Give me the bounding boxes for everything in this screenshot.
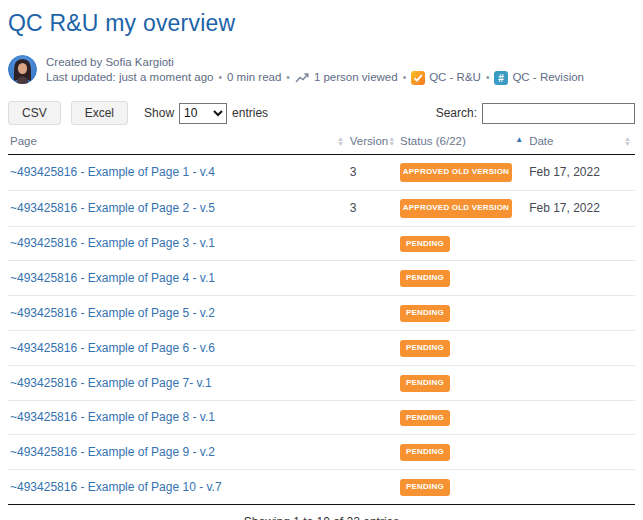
- version-cell: [348, 296, 398, 331]
- status-badge: PENDING: [400, 375, 450, 392]
- table-header-row: Page ▲▼ Version ▲▼ Status (6/22) ▲ Date …: [8, 131, 635, 155]
- page-link[interactable]: ~493425816 - Example of Page 1 - v.4: [10, 165, 215, 179]
- page-link[interactable]: ~493425816 - Example of Page 2 - v.5: [10, 201, 215, 215]
- table-row: ~493425816 - Example of Page 8 - v.1PEND…: [8, 400, 635, 435]
- status-badge: PENDING: [400, 340, 450, 357]
- table-body: ~493425816 - Example of Page 1 - v.43APP…: [8, 155, 635, 505]
- version-cell: [348, 435, 398, 470]
- label-qc-revision[interactable]: # QC - Revision: [494, 70, 584, 85]
- date-cell: [527, 296, 635, 331]
- avatar[interactable]: [8, 55, 37, 84]
- page-title: QC R&U my overview: [8, 10, 635, 37]
- byline-read-time: 0 min read: [227, 70, 281, 85]
- date-cell: [527, 400, 635, 435]
- byline-created: Created by Sofia Kargioti: [46, 55, 584, 70]
- label-text: QC - R&U: [429, 70, 481, 85]
- column-header-date[interactable]: Date ▲▼: [527, 131, 635, 155]
- date-cell: [527, 470, 635, 505]
- page-link[interactable]: ~493425816 - Example of Page 10 - v.7: [10, 480, 222, 494]
- sort-asc-icon[interactable]: ▲: [515, 135, 523, 144]
- byline-last-updated[interactable]: Last updated: just a moment ago: [46, 70, 214, 85]
- date-cell: [527, 261, 635, 296]
- label-text: QC - Revision: [512, 70, 584, 85]
- table-row: ~493425816 - Example of Page 6 - v.6PEND…: [8, 330, 635, 365]
- byline-text: Created by Sofia Kargioti Last updated: …: [46, 55, 584, 85]
- version-cell: 3: [348, 190, 398, 226]
- column-header-status[interactable]: Status (6/22) ▲: [398, 131, 527, 155]
- analytics-trend-icon: [295, 71, 309, 85]
- page-link[interactable]: ~493425816 - Example of Page 3 - v.1: [10, 236, 215, 250]
- date-cell: [527, 365, 635, 400]
- status-badge: PENDING: [400, 410, 450, 427]
- hash-icon: #: [494, 71, 508, 85]
- page-link[interactable]: ~493425816 - Example of Page 9 - v.2: [10, 445, 215, 459]
- version-cell: [348, 400, 398, 435]
- table-info: Showing 1 to 10 of 22 entries: [8, 515, 635, 520]
- version-cell: [348, 261, 398, 296]
- dot-separator: •: [219, 70, 223, 85]
- page-length-select[interactable]: 10: [179, 103, 227, 124]
- page-link[interactable]: ~493425816 - Example of Page 7- v.1: [10, 376, 212, 390]
- csv-export-button[interactable]: CSV: [8, 101, 61, 125]
- status-badge: PENDING: [400, 270, 450, 287]
- byline: Created by Sofia Kargioti Last updated: …: [8, 55, 635, 85]
- date-cell: [527, 435, 635, 470]
- table-row: ~493425816 - Example of Page 4 - v.1PEND…: [8, 261, 635, 296]
- status-badge: PENDING: [400, 305, 450, 322]
- table-row: ~493425816 - Example of Page 7- v.1PENDI…: [8, 365, 635, 400]
- status-badge: PENDING: [400, 444, 450, 461]
- column-header-version[interactable]: Version ▲▼: [348, 131, 398, 155]
- page-link[interactable]: ~493425816 - Example of Page 4 - v.1: [10, 271, 215, 285]
- date-cell: [527, 226, 635, 261]
- status-badge: PENDING: [400, 236, 450, 253]
- page-link[interactable]: ~493425816 - Example of Page 8 - v.1: [10, 410, 215, 424]
- table-row: ~493425816 - Example of Page 9 - v.2PEND…: [8, 435, 635, 470]
- table-row: ~493425816 - Example of Page 5 - v.2PEND…: [8, 296, 635, 331]
- search-label: Search:: [436, 106, 477, 120]
- date-cell: Feb 17, 2022: [527, 155, 635, 191]
- page-container: QC R&U my overview Created by Sofia Karg…: [0, 0, 643, 520]
- sort-icon[interactable]: ▲▼: [337, 136, 344, 146]
- table-row: ~493425816 - Example of Page 3 - v.1PEND…: [8, 226, 635, 261]
- table-row: ~493425816 - Example of Page 1 - v.43APP…: [8, 155, 635, 191]
- byline-views[interactable]: 1 person viewed: [314, 70, 398, 85]
- excel-export-button[interactable]: Excel: [71, 101, 128, 125]
- version-cell: [348, 226, 398, 261]
- version-cell: [348, 330, 398, 365]
- date-cell: [527, 330, 635, 365]
- version-cell: 3: [348, 155, 398, 191]
- entries-label: entries: [232, 106, 268, 120]
- page-link[interactable]: ~493425816 - Example of Page 6 - v.6: [10, 341, 215, 355]
- date-cell: Feb 17, 2022: [527, 190, 635, 226]
- version-cell: [348, 365, 398, 400]
- status-badge: APPROVED OLD VERSION: [400, 163, 512, 182]
- status-badge: PENDING: [400, 479, 450, 496]
- svg-text:#: #: [499, 72, 505, 83]
- table-row: ~493425816 - Example of Page 10 - v.7PEN…: [8, 470, 635, 505]
- search-input[interactable]: [482, 103, 635, 124]
- label-qc-ru[interactable]: QC - R&U: [411, 70, 481, 85]
- column-header-page[interactable]: Page ▲▼: [8, 131, 348, 155]
- table-row: ~493425816 - Example of Page 2 - v.53APP…: [8, 190, 635, 226]
- version-cell: [348, 470, 398, 505]
- dot-separator: •: [486, 70, 490, 85]
- sort-icon[interactable]: ▲▼: [388, 136, 395, 146]
- status-badge: APPROVED OLD VERSION: [400, 199, 512, 218]
- overview-table: Page ▲▼ Version ▲▼ Status (6/22) ▲ Date …: [8, 131, 635, 505]
- show-label: Show: [144, 106, 174, 120]
- sort-icon[interactable]: ▲▼: [624, 136, 631, 146]
- checkbox-icon: [411, 71, 425, 85]
- table-toolbar: CSV Excel Show 10 entries Search:: [8, 101, 635, 125]
- dot-separator: •: [403, 70, 407, 85]
- dot-separator: •: [286, 70, 290, 85]
- page-link[interactable]: ~493425816 - Example of Page 5 - v.2: [10, 306, 215, 320]
